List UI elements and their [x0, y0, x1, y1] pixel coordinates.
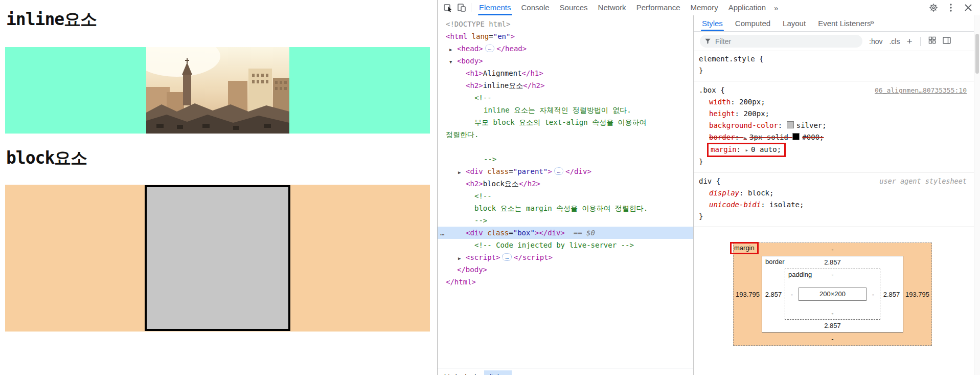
expand-arrow-icon[interactable]: ▶	[458, 166, 466, 179]
tab-styles[interactable]: Styles	[696, 16, 729, 31]
dom-node[interactable]: -->	[438, 153, 693, 165]
new-style-rule-button[interactable]: +	[906, 36, 912, 46]
dom-node[interactable]: <h2>inline요소</h2>	[438, 79, 693, 92]
tab-event-listeners[interactable]: Event Listeners	[812, 16, 877, 31]
node-text: </h2>	[523, 81, 544, 90]
grid-overlays-icon[interactable]	[928, 36, 936, 46]
css-selector[interactable]: element.style	[699, 55, 755, 63]
margin-left-value[interactable]: 193.795	[734, 256, 762, 333]
dom-node[interactable]	[438, 141, 693, 153]
more-panels-icon[interactable]: »	[771, 4, 781, 12]
dom-node[interactable]: <!--	[438, 92, 693, 104]
dom-node[interactable]: <!-- Code injected by live-server -->	[438, 239, 693, 251]
padding-right-value[interactable]: -	[867, 291, 880, 298]
dom-node[interactable]: <h1>Alignment</h1>	[438, 67, 693, 79]
dom-node-selected[interactable]: …<div class="box"></div> == $0	[438, 227, 693, 239]
dom-node[interactable]: ▼<body>	[438, 55, 693, 67]
dom-node[interactable]: </body>	[438, 263, 693, 276]
dom-node[interactable]: <h2>block요소</h2>	[438, 178, 693, 190]
css-declaration[interactable]: border: ▸3px solid #000;	[699, 131, 974, 144]
expand-arrow-icon[interactable]: ▶	[449, 43, 457, 56]
dom-node[interactable]: 정렬한다.	[438, 128, 693, 141]
box-model-padding-area[interactable]: padding - - 200×200 - -	[785, 269, 880, 320]
dom-node[interactable]: 부모 block 요소의 text-align 속성을 이용하여	[438, 116, 693, 128]
styles-scrollbar[interactable]	[974, 15, 980, 375]
tab-layout[interactable]: Layout	[777, 16, 812, 31]
shorthand-expand-icon[interactable]: ▸	[745, 147, 748, 153]
dom-node[interactable]: -->	[438, 214, 693, 227]
node-text: class	[483, 167, 509, 175]
border-left-value[interactable]: 2.857	[762, 269, 785, 320]
web-page: inline요소	[0, 0, 437, 375]
dom-node[interactable]: ▶<script>…</script>	[438, 251, 693, 263]
breadcrumb-item[interactable]: div.box	[484, 370, 512, 375]
dom-node[interactable]: inline 요소는 자체적인 정렬방법이 없다.	[438, 104, 693, 116]
inline-expand-icon[interactable]: …	[485, 45, 495, 52]
node-text: ></div>	[535, 229, 565, 237]
border-bottom-value[interactable]: 2.857	[762, 320, 903, 332]
breadcrumb-item[interactable]: body	[462, 370, 483, 375]
margin-bottom-value[interactable]: -	[734, 333, 931, 345]
dom-node[interactable]: <html lang="en">	[438, 30, 693, 42]
toggle-element-state-button[interactable]: :hov	[869, 37, 882, 46]
dom-node[interactable]: ▶<head>…</head>	[438, 42, 693, 55]
tab-computed[interactable]: Computed	[729, 16, 777, 31]
node-text: block요소	[483, 180, 519, 188]
inspect-icon[interactable]	[442, 2, 455, 14]
dom-node[interactable]: </html>	[438, 276, 693, 288]
styles-filter-input[interactable]	[714, 37, 858, 46]
css-selector[interactable]: .box	[699, 86, 716, 94]
node-text: <body>	[457, 57, 483, 65]
css-declaration[interactable]: background-color: silver;	[699, 120, 974, 131]
color-swatch[interactable]	[787, 121, 794, 128]
border-right-value[interactable]: 2.857	[880, 269, 903, 320]
css-declaration[interactable]: height: 200px;	[699, 108, 974, 120]
padding-bottom-value[interactable]: -	[785, 308, 880, 319]
settings-gear-icon[interactable]	[927, 2, 940, 14]
margin-top-value[interactable]: -	[734, 243, 931, 256]
device-toolbar-icon[interactable]	[455, 2, 468, 14]
collapse-arrow-icon[interactable]: ▼	[449, 56, 457, 68]
dom-node[interactable]: block 요소는 margin 속성을 이용하여 정렬한다.	[438, 202, 693, 214]
css-declaration[interactable]: width: 200px;	[699, 96, 974, 108]
node-text: inline요소	[483, 81, 523, 90]
box-model-content[interactable]: 200×200	[799, 288, 867, 301]
css-selector[interactable]: div	[699, 177, 712, 185]
margin-right-value[interactable]: 193.795	[903, 256, 931, 333]
dom-node[interactable]: ▶<div class="parent">…</div>	[438, 165, 693, 178]
box-model-border-area[interactable]: border 2.857 2.857 padding - -	[762, 256, 903, 333]
stylesheet-link[interactable]: 06_alignmen…80735355:10	[875, 84, 967, 96]
more-sidebar-tabs-icon[interactable]: »	[868, 17, 876, 26]
tab-application[interactable]: Application	[723, 0, 771, 15]
tab-elements[interactable]: Elements	[474, 0, 516, 15]
element-classes-button[interactable]: .cls	[889, 37, 900, 46]
inline-expand-icon[interactable]: …	[502, 253, 512, 261]
color-swatch[interactable]	[792, 133, 800, 140]
node-text: </h1>	[522, 69, 543, 77]
styles-scrollbar-thumb[interactable]	[975, 34, 979, 74]
css-declaration[interactable]: unicode-bidi: isolate;	[699, 199, 974, 211]
tab-console[interactable]: Console	[516, 0, 555, 15]
node-text: == $0	[565, 229, 595, 237]
inline-expand-icon[interactable]: …	[554, 167, 564, 175]
dom-node[interactable]: <!--	[438, 190, 693, 202]
tab-memory[interactable]: Memory	[686, 0, 723, 15]
close-devtools-icon[interactable]	[962, 2, 975, 14]
styles-filter-field[interactable]	[700, 35, 862, 48]
css-rule-header: user agent stylesheetdiv {	[699, 175, 974, 187]
computed-sidebar-toggle-icon[interactable]	[943, 37, 951, 46]
tab-sources[interactable]: Sources	[555, 0, 593, 15]
breadcrumb-item[interactable]: html	[441, 370, 461, 375]
node-menu-icon[interactable]: …	[440, 227, 445, 239]
css-declaration[interactable]: display: block;	[699, 187, 974, 199]
dom-node[interactable]: <!DOCTYPE html>	[438, 18, 693, 30]
city-photo	[146, 47, 289, 134]
expand-arrow-icon[interactable]: ▶	[458, 252, 466, 264]
css-declaration[interactable]: margin: ▸0 auto;	[699, 144, 974, 156]
kebab-menu-icon[interactable]	[944, 2, 958, 14]
box-model-margin-area[interactable]: margin - 193.795 border 2.857 2.857 padd	[733, 242, 932, 346]
padding-left-value[interactable]: -	[785, 291, 799, 298]
tab-network[interactable]: Network	[593, 0, 631, 15]
tab-performance[interactable]: Performance	[631, 0, 686, 15]
shorthand-expand-icon[interactable]: ▸	[743, 135, 747, 141]
